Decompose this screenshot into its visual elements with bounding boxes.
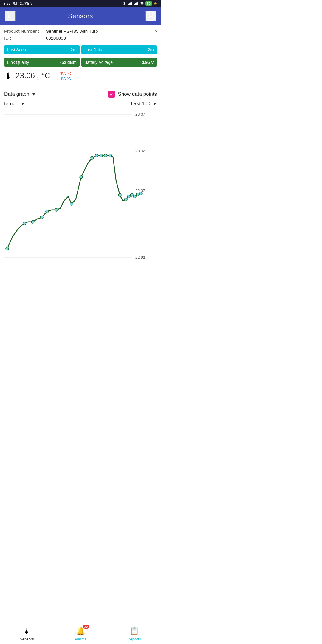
last-data-label: Last Data (84, 47, 102, 52)
chevron-right-icon[interactable]: › (155, 28, 157, 34)
svg-point-29 (127, 195, 130, 198)
svg-point-23 (95, 154, 98, 157)
status-time-network: 3:27 PM | 2.7KB/s (4, 1, 32, 6)
range-label: Last 100 (131, 101, 150, 107)
profile-button[interactable] (145, 11, 156, 21)
product-value: Sentinel RS-485 with Turb (46, 29, 154, 34)
svg-text:22.97: 22.97 (135, 188, 145, 193)
svg-rect-3 (131, 2, 132, 5)
temperature-row: 🌡 23.06 1 °C ↑ N\A °C ↓ N\A °C (0, 69, 161, 84)
svg-rect-7 (137, 2, 138, 5)
header: Sensors (0, 7, 161, 25)
graph-type-row: Data graph ▼ ✓ Show data points (4, 91, 157, 98)
id-value: 00200003 (46, 35, 66, 41)
range-arrow-icon: ▼ (153, 101, 157, 106)
thermometer-icon: 🌡 (4, 71, 13, 81)
svg-text:23.02: 23.02 (135, 149, 145, 153)
graph-type-dropdown[interactable]: Data graph ▼ (4, 91, 36, 97)
svg-point-24 (100, 154, 103, 157)
link-quality-value: -52 dBm (60, 60, 77, 65)
temp-alert-low: ↓ N\A °C (56, 76, 71, 81)
signal-icon-2 (134, 1, 138, 6)
status-bar: 3:27 PM | 2.7KB/s 59 ⚡ (0, 0, 161, 7)
svg-point-27 (118, 193, 121, 196)
battery-value: 3.95 V (142, 60, 154, 65)
svg-rect-6 (136, 3, 137, 5)
svg-rect-4 (134, 4, 134, 5)
svg-point-21 (80, 176, 83, 179)
battery-label: Battery Voltage (84, 60, 113, 65)
svg-point-28 (124, 198, 127, 201)
chart-area: 23.07 23.02 22.97 22.92 (4, 112, 157, 261)
svg-point-32 (136, 193, 139, 196)
channel-label: temp1 (4, 101, 18, 107)
device-info: Product Number : Sentinel RS-485 with Tu… (0, 25, 161, 44)
svg-point-18 (46, 210, 49, 213)
tiles-row-2: Link Quality -52 dBm Battery Voltage 3.9… (0, 56, 161, 69)
wifi-icon (140, 1, 144, 6)
svg-rect-1 (129, 3, 130, 5)
svg-text:23.07: 23.07 (135, 112, 145, 117)
channel-dropdown[interactable]: temp1 ▼ (4, 101, 25, 107)
battery-icon: 59 (145, 1, 152, 6)
back-button[interactable] (5, 11, 16, 21)
svg-point-8 (149, 13, 153, 16)
svg-point-31 (133, 195, 136, 198)
show-data-label: Show data points (118, 91, 157, 97)
temperature-chart: 23.07 23.02 22.97 22.92 (4, 112, 147, 261)
svg-point-19 (55, 208, 58, 211)
svg-rect-2 (130, 3, 131, 5)
link-quality-label: Link Quality (7, 60, 29, 65)
id-row: ID : 00200003 (4, 35, 157, 41)
graph-channel-row: temp1 ▼ Last 100 ▼ (4, 101, 157, 107)
temp-subscript: 1 (37, 76, 39, 81)
graph-controls: Data graph ▼ ✓ Show data points temp1 ▼ … (0, 88, 161, 112)
temperature-value: 23.06 1 °C (16, 71, 50, 81)
graph-type-label: Data graph (4, 91, 29, 97)
link-quality-tile: Link Quality -52 dBm (4, 58, 80, 67)
svg-text:22.92: 22.92 (135, 255, 145, 260)
svg-point-30 (130, 193, 133, 196)
channel-arrow-icon: ▼ (21, 101, 25, 106)
svg-rect-0 (128, 4, 129, 5)
svg-point-17 (40, 216, 43, 219)
product-label: Product Number : (4, 29, 46, 34)
page-title: Sensors (68, 12, 93, 20)
tiles-row-1: Last Seen 2m Last Data 2m (0, 44, 161, 56)
last-data-tile: Last Data 2m (81, 45, 157, 54)
svg-point-22 (91, 156, 94, 159)
signal-icon (128, 1, 132, 6)
divider (0, 86, 161, 86)
svg-point-26 (109, 154, 112, 157)
svg-point-25 (104, 154, 107, 157)
last-data-value: 2m (148, 47, 154, 52)
bluetooth-icon (122, 1, 126, 6)
last-seen-tile: Last Seen 2m (4, 45, 80, 54)
svg-point-15 (23, 222, 26, 225)
svg-point-14 (6, 247, 9, 250)
show-data-row: ✓ Show data points (108, 91, 157, 98)
battery-tile: Battery Voltage 3.95 V (81, 58, 157, 67)
show-data-checkbox[interactable]: ✓ (108, 91, 115, 98)
status-icons: 59 ⚡ (122, 1, 157, 6)
svg-point-20 (70, 202, 73, 205)
id-label: ID : (4, 35, 46, 41)
last-seen-value: 2m (71, 47, 77, 52)
svg-rect-5 (135, 3, 136, 5)
temp-alert-high: ↑ N\A °C (56, 71, 71, 76)
graph-type-arrow-icon: ▼ (32, 92, 36, 97)
svg-point-16 (31, 220, 34, 223)
product-row: Product Number : Sentinel RS-485 with Tu… (4, 28, 157, 34)
last-seen-label: Last Seen (7, 47, 26, 52)
range-dropdown[interactable]: Last 100 ▼ (131, 101, 157, 107)
temp-alerts: ↑ N\A °C ↓ N\A °C (56, 71, 71, 81)
